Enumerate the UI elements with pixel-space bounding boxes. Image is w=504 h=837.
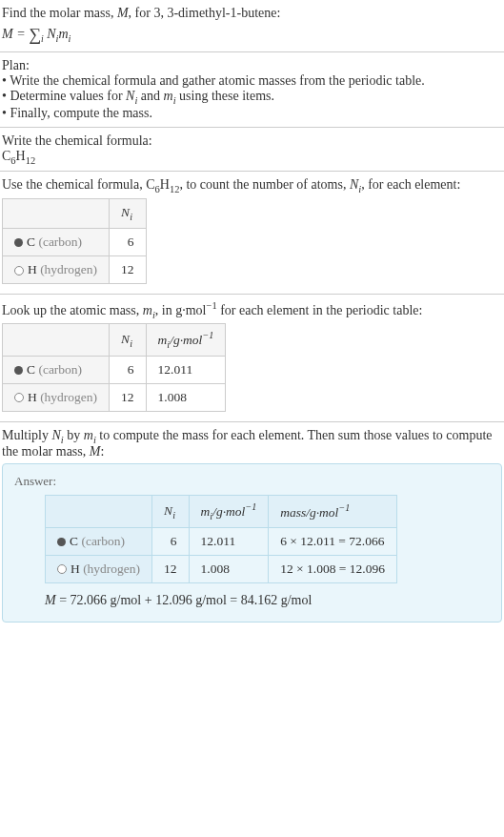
row-h-label-3: H (hydrogen) (46, 555, 152, 582)
plan-b2-post: using these items. (176, 89, 274, 103)
intro-equation: M = ∑i Nimi (2, 23, 502, 44)
mass-var-m: m (143, 303, 152, 317)
row-h-n-2: 12 (110, 383, 147, 411)
intro-line: Find the molar mass, M, for 3, 3-dimethy… (2, 6, 502, 21)
table-header-row: Ni (3, 199, 147, 229)
intro-text-pre: Find the molar mass, (2, 6, 117, 20)
row-h-name: (hydrogen) (37, 262, 97, 276)
answer-box: Answer: Ni mi/g·mol−1 mass/g·mol−1 C (ca… (2, 463, 502, 622)
hdr-Ni3-N: N (164, 503, 172, 518)
count-end: , for each element: (361, 177, 460, 192)
table-row: C (carbon) 6 (3, 228, 147, 255)
plan-bullet-1: • Write the chemical formula and gather … (2, 73, 502, 89)
formula-section: Write the chemical formula: C6H12 (0, 128, 504, 173)
table-row: C (carbon) 6 12.011 (3, 356, 226, 383)
chemical-formula: C6H12 (2, 149, 502, 166)
row-h-calc: 12 × 1.008 = 12.096 (269, 555, 397, 582)
table-header-row: Ni mi/g·mol−1 mass/g·mol−1 (46, 496, 397, 527)
hdr-Ni3-sub: i (172, 509, 175, 520)
compute-text: Multiply Ni by mi to compute the mass fo… (2, 428, 502, 460)
row-c-n: 6 (110, 228, 147, 255)
table-row: H (hydrogen) 12 1.008 12 × 1.008 = 12.09… (46, 555, 397, 582)
hdr-Ni-N: N (121, 205, 130, 219)
compute-N: N (52, 428, 61, 442)
row-c-label-2: C (carbon) (3, 356, 110, 383)
row-h-mass-3: 1.008 (189, 555, 269, 582)
hdr-Ni-3: Ni (152, 496, 190, 527)
final-M: M (45, 593, 56, 607)
formula-H: H (16, 149, 26, 163)
row-h-elem: H (28, 262, 37, 276)
row-c-calc: 6 × 12.011 = 72.066 (269, 527, 397, 555)
row-h-label: H (hydrogen) (3, 255, 110, 283)
row-h-n: 12 (110, 255, 147, 283)
hdr-mi3-m: m (201, 504, 211, 519)
count-post: , to count the number of atoms, (179, 177, 349, 192)
hdr-mi-unit: /g·mol (170, 333, 202, 347)
mass-text: Look up the atomic mass, mi, in g·mol−1 … (2, 300, 502, 319)
row-c-elem-3: C (70, 534, 78, 548)
row-h-elem-2: H (28, 390, 37, 404)
hdr-mi-3: mi/g·mol−1 (189, 496, 269, 527)
hydrogen-dot-icon (14, 266, 24, 276)
formula-C: C (2, 149, 10, 163)
row-c-elem: C (27, 235, 35, 249)
eq-N: N (47, 27, 55, 41)
eq-m: m (58, 27, 68, 41)
hdr-blank (3, 199, 110, 229)
hdr-Ni2-N: N (121, 332, 130, 346)
compute-b: by (64, 428, 84, 442)
row-h-name-2: (hydrogen) (37, 390, 97, 404)
mass-pre: Look up the atomic mass, (2, 303, 143, 317)
sum-icon: ∑ (29, 25, 41, 45)
hdr-mi3-unit: /g·mol (212, 504, 245, 519)
table-row: H (hydrogen) 12 (3, 255, 147, 283)
answer-content: Ni mi/g·mol−1 mass/g·mol−1 C (carbon) 6 … (14, 495, 490, 607)
mass-table: Ni mi/g·mol−1 C (carbon) 6 12.011 H (hyd… (2, 323, 226, 411)
row-h-elem-3: H (71, 561, 80, 576)
formula-label: Write the chemical formula: (2, 133, 502, 149)
mass-mid: , in g·mol (155, 303, 207, 317)
hdr-mi-m: m (158, 333, 168, 347)
answer-table: Ni mi/g·mol−1 mass/g·mol−1 C (carbon) 6 … (45, 495, 397, 582)
row-h-mass: 1.008 (146, 383, 226, 411)
row-c-label: C (carbon) (3, 228, 110, 255)
plan-b2-pre: • Determine values for (2, 89, 126, 103)
compute-a: Multiply (2, 428, 52, 442)
plan-bullet-3: • Finally, compute the mass. (2, 106, 502, 121)
hdr-mass-exp: −1 (338, 502, 350, 513)
plan-title: Plan: (2, 58, 502, 73)
table-row: H (hydrogen) 12 1.008 (3, 383, 226, 411)
compute-section: Multiply Ni by mi to compute the mass fo… (0, 422, 504, 628)
row-c-mass: 12.011 (146, 356, 226, 383)
intro-var-m: M (117, 6, 129, 20)
mass-section: Look up the atomic mass, mi, in g·mol−1 … (0, 295, 504, 422)
count-pre: Use the chemical formula, (2, 177, 146, 192)
row-c-mass-3: 12.011 (189, 527, 269, 555)
mass-post: for each element in the periodic table: (217, 303, 423, 317)
compute-M: M (90, 444, 101, 459)
hydrogen-dot-icon (14, 393, 24, 402)
hdr-Ni: Ni (110, 199, 147, 229)
hdr-blank-2 (3, 324, 110, 356)
row-c-name-2: (carbon) (35, 362, 82, 377)
eq-m-sub: i (69, 33, 71, 44)
sum-index: i (41, 33, 44, 44)
count-formula-H: H (160, 177, 170, 192)
plan-b2-m: m (164, 89, 173, 103)
row-h-n-3: 12 (152, 555, 190, 582)
hydrogen-dot-icon (57, 564, 67, 574)
hdr-mass-lbl: mass/g·mol (280, 505, 338, 520)
final-rhs: = 72.066 g/mol + 12.096 g/mol = 84.162 g… (56, 593, 312, 607)
count-section: Use the chemical formula, C6H12, to coun… (0, 172, 504, 294)
plan-section: Plan: • Write the chemical formula and g… (0, 52, 504, 128)
plan-bullet-2: • Determine values for Ni and mi using t… (2, 89, 502, 106)
compute-m: m (84, 428, 93, 442)
hdr-mass: mass/g·mol−1 (269, 496, 397, 527)
count-text: Use the chemical formula, C6H12, to coun… (2, 177, 502, 194)
hdr-Ni-sub: i (130, 212, 132, 222)
carbon-dot-icon (57, 538, 66, 546)
row-c-n-3: 6 (152, 527, 190, 555)
eq-lhs: M (2, 27, 13, 41)
count-formula-H-sub: 12 (170, 184, 180, 194)
